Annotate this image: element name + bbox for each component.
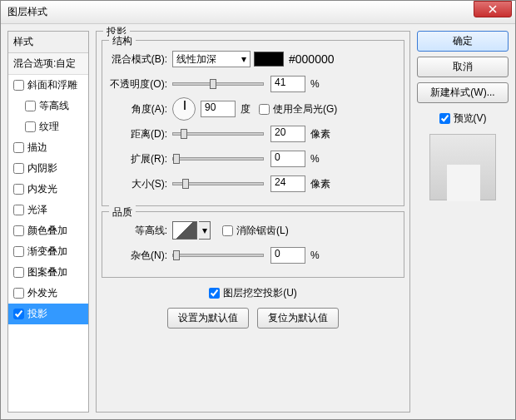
spread-slider[interactable] xyxy=(172,157,264,161)
distance-label: 距离(D): xyxy=(109,127,172,141)
style-item-8[interactable]: 渐变叠加 xyxy=(8,241,88,262)
style-item-7[interactable]: 颜色叠加 xyxy=(8,220,88,241)
style-list: 斜面和浮雕等高线纹理描边内阴影内发光光泽颜色叠加渐变叠加图案叠加外发光投影 xyxy=(8,75,88,324)
opacity-slider[interactable] xyxy=(172,82,264,86)
noise-label: 杂色(N): xyxy=(109,249,172,263)
preview-label: 预览(V) xyxy=(454,111,487,126)
action-panel: 确定 取消 新建样式(W)... 预览(V) xyxy=(417,31,509,413)
opacity-field[interactable]: 41 xyxy=(270,76,305,92)
spread-field[interactable]: 0 xyxy=(270,151,305,167)
close-button[interactable] xyxy=(474,1,512,17)
global-light-label: 使用全局光(G) xyxy=(273,102,337,116)
noise-field[interactable]: 0 xyxy=(270,247,305,264)
style-item-label: 投影 xyxy=(27,307,47,321)
style-item-label: 内发光 xyxy=(27,182,57,196)
size-field[interactable]: 24 xyxy=(270,175,305,192)
layer-style-dialog: 图层样式 样式 混合选项:自定 斜面和浮雕等高线纹理描边内阴影内发光光泽颜色叠加… xyxy=(0,0,516,420)
antialias-checkbox[interactable]: 消除锯齿(L) xyxy=(222,224,289,238)
knockout-input[interactable] xyxy=(209,288,220,299)
style-item-checkbox[interactable] xyxy=(13,309,24,319)
style-item-label: 描边 xyxy=(27,141,47,155)
style-item-5[interactable]: 内发光 xyxy=(8,179,88,200)
new-style-button[interactable]: 新建样式(W)... xyxy=(417,82,509,103)
style-item-2[interactable]: 纹理 xyxy=(8,116,88,137)
window-title: 图层样式 xyxy=(7,5,474,19)
style-item-3[interactable]: 描边 xyxy=(8,137,88,158)
cancel-button[interactable]: 取消 xyxy=(417,57,509,77)
distance-unit: 像素 xyxy=(310,127,330,141)
angle-unit: 度 xyxy=(241,102,251,116)
distance-slider[interactable] xyxy=(172,132,264,136)
angle-dial[interactable] xyxy=(172,97,196,121)
color-hex: #000000 xyxy=(289,52,335,66)
color-swatch[interactable] xyxy=(254,52,284,67)
style-item-checkbox[interactable] xyxy=(13,225,24,236)
style-item-label: 内阴影 xyxy=(27,161,57,175)
knockout-checkbox[interactable]: 图层挖空投影(U) xyxy=(209,286,297,300)
style-item-label: 图案叠加 xyxy=(27,265,67,279)
noise-unit: % xyxy=(310,250,320,261)
reset-default-button[interactable]: 复位为默认值 xyxy=(257,308,339,329)
make-default-button[interactable]: 设置为默认值 xyxy=(167,308,249,329)
blend-mode-value: 线性加深 xyxy=(176,52,216,67)
style-item-9[interactable]: 图案叠加 xyxy=(8,262,88,283)
noise-slider[interactable] xyxy=(172,254,264,257)
style-item-6[interactable]: 光泽 xyxy=(8,200,88,220)
knockout-label: 图层挖空投影(U) xyxy=(223,286,297,300)
style-item-checkbox[interactable] xyxy=(13,80,24,91)
style-item-checkbox[interactable] xyxy=(25,101,36,111)
opacity-label: 不透明度(O): xyxy=(109,77,172,91)
chevron-down-icon: ▾ xyxy=(241,53,246,65)
size-unit: 像素 xyxy=(310,177,330,191)
style-item-11[interactable]: 投影 xyxy=(8,304,88,324)
style-item-checkbox[interactable] xyxy=(13,163,24,174)
style-item-checkbox[interactable] xyxy=(13,288,24,299)
ok-button[interactable]: 确定 xyxy=(417,31,509,52)
close-icon xyxy=(489,5,497,13)
global-light-input[interactable] xyxy=(259,104,270,115)
angle-label: 角度(A): xyxy=(109,102,172,116)
preview-checkbox[interactable]: 预览(V) xyxy=(417,111,509,126)
styles-list-panel: 样式 混合选项:自定 斜面和浮雕等高线纹理描边内阴影内发光光泽颜色叠加渐变叠加图… xyxy=(7,31,89,413)
chevron-down-icon: ▾ xyxy=(202,225,207,236)
style-item-10[interactable]: 外发光 xyxy=(8,283,88,304)
styles-header: 样式 xyxy=(8,32,88,53)
angle-field[interactable]: 90 xyxy=(201,101,236,117)
style-item-label: 光泽 xyxy=(27,203,47,217)
blend-options-row[interactable]: 混合选项:自定 xyxy=(8,53,88,75)
global-light-checkbox[interactable]: 使用全局光(G) xyxy=(259,102,337,116)
preview-input[interactable] xyxy=(439,113,450,124)
size-label: 大小(S): xyxy=(109,177,172,191)
blend-mode-label: 混合模式(B): xyxy=(109,52,172,67)
style-item-label: 纹理 xyxy=(39,120,59,134)
blend-mode-combo[interactable]: 线性加深 ▾ xyxy=(172,51,251,67)
structure-group: 结构 混合模式(B): 线性加深 ▾ #000000 不透明度(O): 41 xyxy=(102,40,404,206)
size-slider[interactable] xyxy=(172,182,264,185)
contour-picker[interactable] xyxy=(172,221,197,240)
style-item-0[interactable]: 斜面和浮雕 xyxy=(8,75,88,96)
settings-panel: 投影 结构 混合模式(B): 线性加深 ▾ #000000 不透明度(O): xyxy=(96,31,410,413)
style-item-checkbox[interactable] xyxy=(13,267,24,278)
opacity-unit: % xyxy=(310,78,320,90)
style-item-checkbox[interactable] xyxy=(13,246,24,257)
style-item-label: 颜色叠加 xyxy=(27,224,67,238)
quality-legend: 品质 xyxy=(109,205,136,220)
style-item-4[interactable]: 内阴影 xyxy=(8,158,88,179)
style-item-label: 外发光 xyxy=(27,286,57,300)
style-item-1[interactable]: 等高线 xyxy=(8,96,88,116)
style-item-checkbox[interactable] xyxy=(13,205,24,215)
antialias-input[interactable] xyxy=(222,225,233,236)
style-item-checkbox[interactable] xyxy=(13,184,24,195)
antialias-label: 消除锯齿(L) xyxy=(236,224,289,238)
contour-dropdown[interactable]: ▾ xyxy=(199,221,211,240)
spread-unit: % xyxy=(310,153,320,165)
style-item-checkbox[interactable] xyxy=(13,142,24,153)
spread-label: 扩展(R): xyxy=(109,152,172,166)
style-item-label: 等高线 xyxy=(39,99,69,113)
style-item-label: 斜面和浮雕 xyxy=(27,78,77,92)
contour-label: 等高线: xyxy=(109,224,172,238)
structure-legend: 结构 xyxy=(109,34,136,48)
quality-group: 品质 等高线: ▾ 消除锯齿(L) 杂色(N): 0 xyxy=(102,211,404,278)
distance-field[interactable]: 20 xyxy=(270,126,305,142)
style-item-checkbox[interactable] xyxy=(25,121,36,132)
